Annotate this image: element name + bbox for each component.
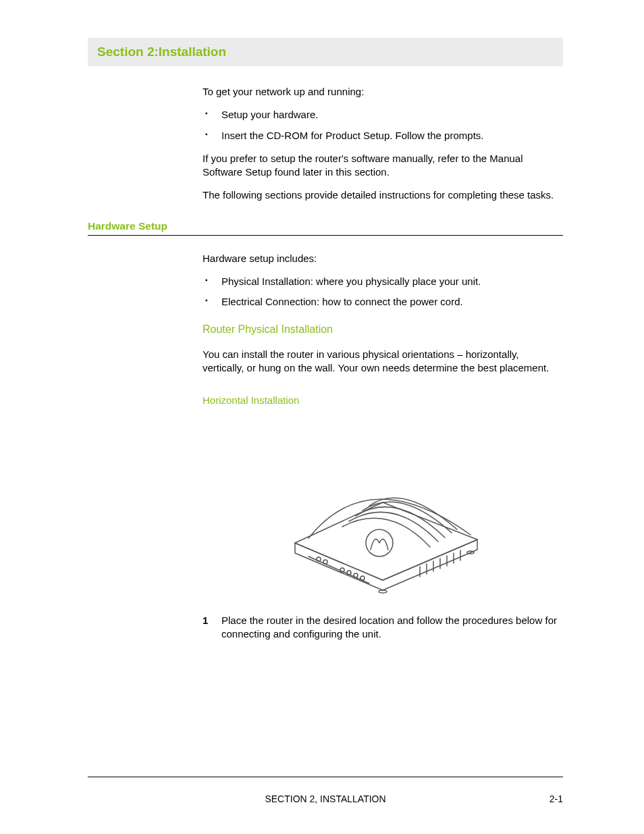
hardware-bullets: Physical Installation: where you physica… [203, 275, 563, 309]
step-text: Place the router in the desired location… [221, 615, 557, 640]
hardware-lead: Hardware setup includes: [203, 252, 563, 265]
list-item: Electrical Connection: how to connect th… [203, 295, 563, 309]
page-footer: SECTION 2, INSTALLATION 2-1 [88, 777, 563, 804]
list-item: Physical Installation: where you physica… [203, 275, 563, 288]
intro-lead: To get your network up and running: [203, 85, 563, 99]
section-title: Section 2:Installation [97, 45, 226, 59]
router-icon [268, 421, 498, 597]
step-number: 1 [203, 614, 208, 627]
install-steps: 1 Place the router in the desired locati… [203, 614, 563, 642]
footer-page-number: 2-1 [522, 793, 563, 804]
footer-title: SECTION 2, INSTALLATION [128, 793, 522, 804]
list-item: Setup your hardware. [203, 108, 563, 122]
intro-bullets: Setup your hardware. Insert the CD-ROM f… [203, 108, 563, 142]
router-physical-para: You can install the router in various ph… [203, 348, 563, 375]
intro-para-2: If you prefer to setup the router's soft… [203, 152, 563, 180]
list-item: Insert the CD-ROM for Product Setup. Fol… [203, 129, 563, 142]
intro-para-3: The following sections provide detailed … [203, 188, 563, 202]
router-physical-heading: Router Physical Installation [203, 322, 563, 337]
router-illustration [203, 421, 563, 600]
hardware-heading: Hardware Setup [88, 220, 167, 232]
section-title-bar: Section 2:Installation [88, 38, 563, 66]
horizontal-install-heading: Horizontal Installation [203, 394, 563, 407]
hardware-block: Hardware setup includes: Physical Instal… [203, 252, 563, 642]
svg-point-7 [379, 590, 387, 593]
intro-block: To get your network up and running: Setu… [203, 85, 563, 203]
install-step-1: 1 Place the router in the desired locati… [203, 614, 563, 642]
page: Section 2:Installation To get your netwo… [0, 0, 644, 834]
hardware-heading-row: Hardware Setup [88, 220, 563, 236]
